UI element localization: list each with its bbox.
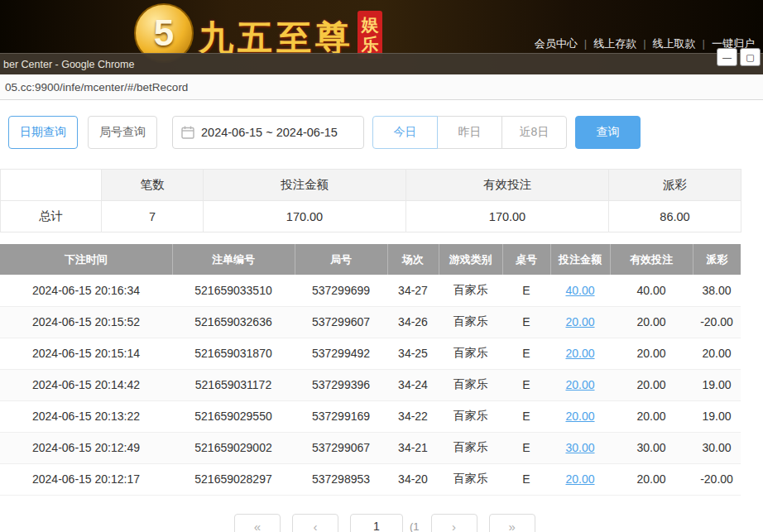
logo-badge: 娱 乐 — [358, 11, 382, 59]
bet-amount-link[interactable]: 20.00 — [565, 472, 594, 486]
session-cell: 34-20 — [387, 463, 439, 495]
header-valid-bet: 有效投注 — [610, 244, 693, 275]
summary-header-empty — [1, 170, 102, 201]
table-number-cell: E — [502, 338, 550, 369]
summary-payout-value: 86.00 — [609, 201, 741, 232]
pagination: « ‹ (1 › » — [234, 514, 547, 532]
table-number-cell: E — [502, 400, 550, 432]
last-8-days-button[interactable]: 近8日 — [501, 116, 567, 149]
bet-amount-link[interactable]: 20.00 — [565, 315, 594, 328]
session-cell: 34-22 — [387, 400, 439, 432]
summary-total-label: 总计 — [1, 201, 102, 232]
bet-id-cell: 521659029550 — [172, 400, 295, 432]
minimize-button[interactable]: — — [717, 48, 737, 66]
table-number-cell: E — [502, 275, 550, 306]
last-page-button[interactable]: » — [489, 514, 535, 532]
bet-record-page: 日期查询 局号查询 2024-06-15 ~ 2024-06-15 今日 昨日 … — [0, 100, 763, 532]
table-row: 2024-06-15 20:15:52521659032636537299607… — [0, 306, 741, 338]
table-number-cell: E — [502, 369, 550, 400]
table-number-cell: E — [502, 306, 550, 338]
today-button[interactable]: 今日 — [372, 116, 438, 149]
round-number-cell: 537299396 — [295, 369, 387, 400]
game-type-cell: 百家乐 — [439, 306, 502, 338]
maximize-button[interactable]: ▢ — [740, 48, 761, 66]
filter-bar: 日期查询 局号查询 2024-06-15 ~ 2024-06-15 今日 昨日 … — [8, 116, 641, 149]
url-text: 05.cc:9900/infe/mcenter/#/betRecord — [5, 81, 188, 93]
table-number-cell: E — [502, 463, 550, 495]
bet-amount-cell: 20.00 — [550, 306, 610, 338]
nav-link[interactable]: 线上取款 — [646, 37, 703, 50]
calendar-icon — [181, 126, 194, 139]
table-row: 2024-06-15 20:15:14521659031870537299492… — [0, 338, 741, 369]
first-page-button[interactable]: « — [234, 514, 281, 532]
summary-total-row: 总计 7 170.00 170.00 86.00 — [1, 201, 741, 232]
summary-bet-amount-value: 170.00 — [204, 201, 406, 232]
bet-record-table: 下注时间 注单编号 局号 场次 游戏类别 桌号 投注金额 有效投注 派彩 202… — [0, 244, 741, 496]
round-number-cell: 537299699 — [295, 275, 387, 306]
date-query-tab[interactable]: 日期查询 — [8, 116, 78, 149]
table-row: 2024-06-15 20:12:49521659029002537299067… — [0, 432, 741, 463]
summary-header-valid-bet: 有效投注 — [406, 170, 609, 201]
round-number-cell: 537299607 — [295, 306, 387, 338]
bet-id-cell: 521659028297 — [172, 463, 295, 495]
page-number-input[interactable] — [350, 514, 403, 532]
payout-cell: 19.00 — [693, 369, 741, 400]
payout-cell: 38.00 — [693, 275, 741, 306]
window-title: ber Center - Google Chrome — [3, 59, 134, 70]
valid-bet-cell: 40.00 — [610, 275, 693, 306]
payout-cell: 30.00 — [693, 432, 741, 463]
search-button[interactable]: 查询 — [575, 116, 641, 149]
round-number-cell: 537298953 — [295, 463, 387, 495]
nav-link[interactable]: 线上存款 — [587, 37, 643, 50]
bet-amount-link[interactable]: 20.00 — [565, 410, 594, 423]
bet-amount-link[interactable]: 40.00 — [565, 284, 594, 297]
header-game-type: 游戏类别 — [439, 244, 502, 275]
bet-id-cell: 521659032636 — [172, 306, 295, 338]
header-round-number: 局号 — [295, 244, 387, 275]
bet-table-header-row: 下注时间 注单编号 局号 场次 游戏类别 桌号 投注金额 有效投注 派彩 — [0, 244, 741, 275]
round-query-tab[interactable]: 局号查询 — [88, 116, 157, 149]
address-bar[interactable]: 05.cc:9900/infe/mcenter/#/betRecord — [0, 74, 763, 100]
bet-amount-link[interactable]: 20.00 — [565, 378, 594, 391]
yesterday-button[interactable]: 昨日 — [437, 116, 502, 149]
bet-time-cell: 2024-06-15 20:12:17 — [0, 463, 172, 495]
table-row: 2024-06-15 20:16:34521659033510537299699… — [0, 275, 741, 306]
date-range-picker[interactable]: 2024-06-15 ~ 2024-06-15 — [172, 116, 364, 149]
session-cell: 34-24 — [387, 369, 439, 400]
prev-page-button[interactable]: ‹ — [292, 514, 338, 532]
date-range-value: 2024-06-15 ~ 2024-06-15 — [201, 126, 338, 139]
bet-amount-link[interactable]: 20.00 — [565, 347, 594, 360]
payout-cell: 19.00 — [693, 400, 741, 432]
summary-header-bet-amount: 投注金额 — [204, 170, 406, 201]
summary-header-payout: 派彩 — [609, 170, 741, 201]
bet-id-cell: 521659033510 — [172, 275, 295, 306]
session-cell: 34-26 — [387, 306, 439, 338]
payout-cell: -20.00 — [693, 306, 741, 338]
valid-bet-cell: 20.00 — [610, 400, 693, 432]
valid-bet-cell: 20.00 — [610, 306, 693, 338]
bet-amount-cell: 20.00 — [550, 369, 610, 400]
bet-amount-link[interactable]: 30.00 — [565, 441, 594, 454]
round-number-cell: 537299492 — [295, 338, 387, 369]
bet-amount-cell: 40.00 — [550, 275, 610, 306]
valid-bet-cell: 20.00 — [610, 463, 693, 495]
valid-bet-cell: 30.00 — [610, 432, 693, 463]
payout-cell: -20.00 — [693, 463, 741, 495]
nav-link[interactable]: 会员中心 — [528, 37, 584, 50]
bet-amount-cell: 20.00 — [550, 463, 610, 495]
session-cell: 34-21 — [387, 432, 439, 463]
game-type-cell: 百家乐 — [439, 275, 502, 306]
bet-id-cell: 521659029002 — [172, 432, 295, 463]
bet-time-cell: 2024-06-15 20:16:34 — [0, 275, 172, 306]
valid-bet-cell: 20.00 — [610, 338, 693, 369]
bet-amount-cell: 20.00 — [550, 338, 610, 369]
next-page-button[interactable]: › — [431, 514, 477, 532]
summary-valid-bet-value: 170.00 — [406, 201, 609, 232]
round-number-cell: 537299067 — [295, 432, 387, 463]
browser-titlebar: ber Center - Google Chrome — ▢ — [0, 53, 763, 74]
session-cell: 34-25 — [387, 338, 439, 369]
bet-time-cell: 2024-06-15 20:14:42 — [0, 369, 172, 400]
page-info: (1 — [410, 520, 420, 532]
summary-header-count: 笔数 — [102, 170, 204, 201]
quick-date-group: 今日 昨日 近8日 — [372, 116, 567, 149]
